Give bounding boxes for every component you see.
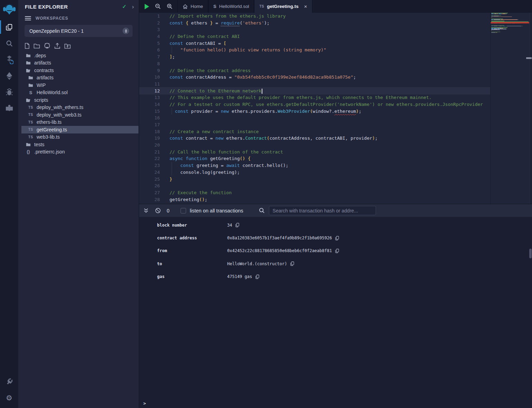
workspace-stepper-icon <box>123 28 129 34</box>
file-explorer-panel: FILE EXPLORER ✓ › WORKSPACES OpenZeppeli… <box>18 0 139 408</box>
clear-console-icon[interactable] <box>155 208 161 213</box>
line-number: 11 <box>139 81 160 88</box>
upload-file-icon[interactable] <box>54 43 60 49</box>
file-tree-item-label: web3-lib.ts <box>37 134 60 140</box>
terminal-scrollbar-thumb[interactable] <box>529 249 532 258</box>
line-number: 22 <box>139 155 160 162</box>
run-script-button[interactable] <box>145 4 149 9</box>
code-line: 21// Call the hello function of the cont… <box>139 149 490 156</box>
code-line: 1// Import ethers from the ethers.js lib… <box>139 13 490 20</box>
workspace-select[interactable]: OpenZeppelin ERC20 - 1 <box>25 25 133 37</box>
minimap[interactable] <box>490 13 529 204</box>
terminal-search-icon <box>259 208 265 213</box>
typescript-file-icon: TS <box>259 4 264 8</box>
code-line: 27// Execute the function <box>139 189 490 196</box>
terminal-tx-row: gas475149 gas <box>139 270 532 283</box>
tx-field-value: HelloWorld.(constructor) <box>227 261 287 266</box>
panel-title: FILE EXPLORER <box>25 4 122 10</box>
code-line: 20 <box>139 142 490 149</box>
deploy-run-icon[interactable] <box>0 68 18 84</box>
line-number: 8 <box>139 60 160 67</box>
new-file-icon[interactable] <box>25 43 30 49</box>
copy-icon[interactable] <box>335 249 339 253</box>
file-tree-item[interactable]: {}.prettierrc.json <box>18 148 139 156</box>
tx-field-label: to <box>157 261 227 266</box>
clone-github-icon[interactable] <box>44 43 50 49</box>
tab-getgreeting-ts[interactable]: TSgetGreeting.ts× <box>254 0 312 13</box>
file-tree-item-label: .prettierrc.json <box>34 149 65 155</box>
workspaces-menu-icon[interactable] <box>25 16 31 20</box>
typescript-file-icon: TS <box>27 113 34 117</box>
editor-scrollbar-track[interactable] <box>530 13 532 204</box>
upload-folder-icon[interactable] <box>64 43 71 49</box>
folder-icon <box>27 76 34 80</box>
file-tree-item-label: ethers-lib.ts <box>37 119 61 125</box>
terminal-search-input[interactable] <box>269 206 376 215</box>
file-tree-item[interactable]: SHelloWorld.sol <box>18 89 139 97</box>
line-number: 18 <box>139 128 160 135</box>
tab-home[interactable]: Home <box>177 0 208 13</box>
code-line: 17 <box>139 121 490 128</box>
copy-icon[interactable] <box>290 261 294 266</box>
terminal-header: 0 listen on all transactions <box>139 204 532 217</box>
tx-field-value: 34 <box>227 223 232 228</box>
file-tree-item[interactable]: contracts <box>18 67 139 74</box>
file-tree-item[interactable]: TSgetGreeting.ts <box>21 126 138 133</box>
copy-icon[interactable] <box>255 275 259 279</box>
folder-icon <box>25 61 32 65</box>
file-tree-item-label: deploy_with_ethers.ts <box>37 105 83 110</box>
file-tree-item[interactable]: WIP <box>18 81 139 89</box>
remix-ide-window: ⚙ FILE EXPLORER ✓ › WORKSPACES OpenZeppe… <box>0 0 532 408</box>
tx-field-value: 0x8a120383e6057b1f3aef4fa9b89c2f1b0a6959… <box>227 236 332 240</box>
tx-field-value: 475149 gas <box>227 274 252 279</box>
line-number: 27 <box>139 189 160 196</box>
file-tree-item[interactable]: TSweb3-lib.ts <box>18 133 139 141</box>
close-tab-icon[interactable]: × <box>304 3 307 9</box>
search-icon[interactable] <box>0 35 18 51</box>
code-line: 2const { ethers } = require('ethers'); <box>139 20 490 27</box>
code-line: 23 const greeting = await contract.hello… <box>139 162 490 169</box>
tx-field-value: 0x42452c22c88178685850e68beb6cf0f2aeab8f… <box>227 248 332 253</box>
code-line: 14// For a testnet or custom RPC, use et… <box>139 101 490 108</box>
new-folder-icon[interactable] <box>33 43 40 49</box>
remix-logo-icon[interactable] <box>0 0 18 19</box>
listen-transactions-label: listen on all transactions <box>190 208 243 213</box>
file-tree-item[interactable]: TSdeploy_with_web3.ts <box>18 111 139 119</box>
terminal-tx-row: toHelloWorld.(constructor) <box>139 257 532 270</box>
file-tree-item[interactable]: tests <box>18 141 139 148</box>
panel-expand-chevron-icon[interactable]: › <box>132 4 134 10</box>
file-tree-item[interactable]: scripts <box>18 96 139 104</box>
file-tree-item[interactable]: artifacts <box>18 74 139 82</box>
folder-icon <box>25 142 32 147</box>
copy-icon[interactable] <box>335 236 339 240</box>
zoom-out-icon[interactable] <box>155 3 161 9</box>
debugger-icon[interactable] <box>0 84 18 100</box>
line-number: 3 <box>139 26 160 33</box>
file-tree-item[interactable]: TSethers-lib.ts <box>18 119 139 126</box>
solidity-compiler-icon[interactable] <box>0 51 18 68</box>
code-line: 3 <box>139 26 490 33</box>
file-tree-item[interactable]: .deps <box>18 52 139 59</box>
file-tree-item[interactable]: artifacts <box>18 59 139 67</box>
file-tree-item[interactable]: TSdeploy_with_ethers.ts <box>18 104 139 111</box>
folder-open-icon <box>25 98 32 102</box>
editor-scrollbar-thumb[interactable] <box>526 57 532 59</box>
file-explorer-icon[interactable] <box>0 19 18 35</box>
plugin-manager-icon[interactable] <box>0 374 18 390</box>
listen-transactions-checkbox[interactable] <box>181 208 186 213</box>
terminal-collapse-icon[interactable] <box>144 208 148 213</box>
copy-icon[interactable] <box>235 223 239 227</box>
line-number: 2 <box>139 20 160 27</box>
line-number: 25 <box>139 176 160 183</box>
workspace-selected-name: OpenZeppelin ERC20 - 1 <box>29 28 123 34</box>
zoom-in-icon[interactable] <box>167 3 173 9</box>
line-number: 5 <box>139 40 160 47</box>
code-editor[interactable]: 1// Import ethers from the ethers.js lib… <box>139 13 532 204</box>
minimap-error-marker <box>491 22 529 23</box>
tab-label: Home <box>191 4 203 9</box>
code-line: 10const contractAddress = "0xb54febb5c0c… <box>139 74 490 81</box>
learneth-icon[interactable] <box>0 100 18 116</box>
settings-gear-icon[interactable]: ⚙ <box>0 390 18 406</box>
tab-helloworld-sol[interactable]: SHelloWorld.sol <box>208 0 254 13</box>
terminal[interactable]: block number34contract address0x8a120383… <box>139 217 532 408</box>
